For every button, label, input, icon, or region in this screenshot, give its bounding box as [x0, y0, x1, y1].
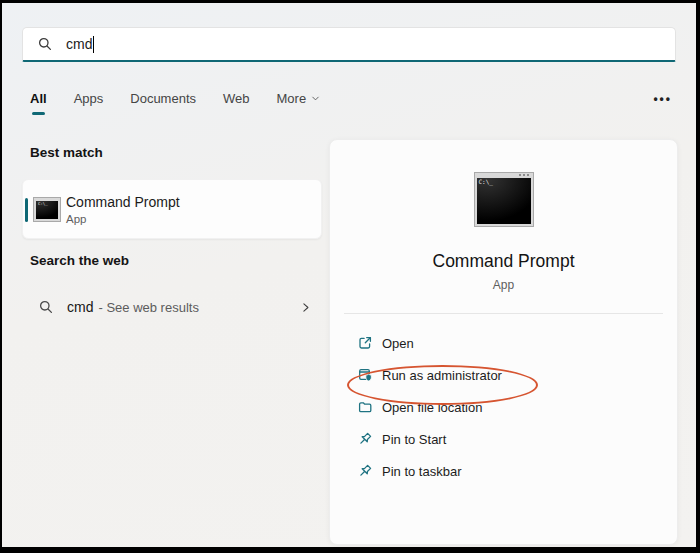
action-pin-to-start[interactable]: Pin to Start [330, 423, 677, 455]
tab-documents[interactable]: Documents [130, 91, 196, 115]
action-run-as-administrator[interactable]: Run as administrator [330, 359, 677, 391]
web-suffix-text: - See web results [98, 300, 198, 315]
more-options-button[interactable]: ••• [653, 91, 672, 106]
pin-icon [357, 463, 373, 479]
windows-search-panel: cmd All Apps Documents Web [2, 3, 696, 547]
command-prompt-icon: C:\_ [34, 198, 60, 221]
panel-app-type: App [330, 278, 677, 292]
result-title: Command Prompt [66, 194, 180, 210]
chevron-right-icon [299, 301, 312, 314]
tab-label: All [30, 91, 47, 106]
pin-icon [357, 431, 373, 447]
search-web-heading: Search the web [30, 253, 129, 268]
tab-apps[interactable]: Apps [74, 91, 104, 115]
selection-indicator [25, 198, 28, 222]
tab-more[interactable]: More [277, 91, 322, 115]
screenshot-frame: cmd All Apps Documents Web [0, 0, 700, 553]
text-caret [93, 36, 94, 53]
ellipsis-icon: ••• [653, 92, 672, 106]
tab-label: More [277, 91, 307, 106]
action-open[interactable]: Open [330, 327, 677, 359]
action-list: Open Run as administrator Open file loca… [330, 327, 677, 487]
search-input[interactable]: cmd [22, 27, 676, 62]
panel-divider [344, 313, 663, 314]
web-query-text: cmd [67, 299, 93, 315]
chevron-down-icon [310, 93, 321, 104]
web-search-result[interactable]: cmd - See web results [22, 287, 322, 327]
tab-label: Apps [74, 91, 104, 106]
command-prompt-icon-large: C:\_ [475, 173, 533, 226]
action-pin-to-taskbar[interactable]: Pin to taskbar [330, 455, 677, 487]
panel-app-name: Command Prompt [330, 251, 677, 272]
admin-shield-icon [357, 367, 373, 383]
search-icon [38, 299, 54, 315]
result-subtitle: App [66, 213, 180, 225]
tab-label: Web [223, 91, 250, 106]
action-open-file-location[interactable]: Open file location [330, 391, 677, 423]
search-icon [37, 36, 53, 52]
tab-all[interactable]: All [30, 91, 47, 115]
best-match-heading: Best match [30, 145, 103, 160]
best-match-result[interactable]: C:\_ Command Prompt App [22, 179, 322, 239]
app-detail-panel: C:\_ Command Prompt App Open [329, 139, 678, 545]
search-query-text: cmd [66, 36, 92, 52]
active-tab-underline [32, 112, 45, 115]
search-filter-tabs: All Apps Documents Web More [30, 91, 672, 115]
tab-web[interactable]: Web [223, 91, 250, 115]
folder-icon [357, 399, 373, 415]
external-link-icon [357, 335, 373, 351]
tab-label: Documents [130, 91, 196, 106]
